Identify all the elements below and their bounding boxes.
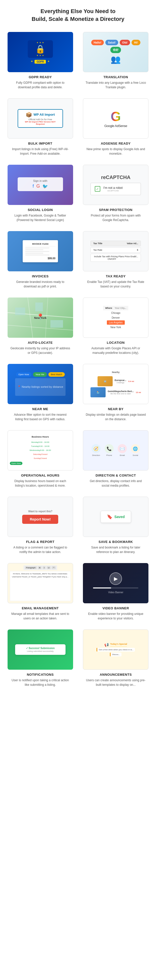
save-desc: Save and bookmark a listing for later re…	[85, 545, 146, 554]
nearby-title: NEAR BY	[108, 407, 124, 411]
video-image: ▶ Video Banner	[83, 563, 148, 603]
hours-title: OPERATIONAL HOURS	[21, 474, 60, 477]
feature-nearme: Open Now Near Me Best Match 📍 Nearby lis…	[3, 360, 78, 426]
bookmark-icon: 🔖	[107, 514, 113, 520]
nearme-title: NEAR ME	[32, 407, 48, 411]
invoices-desc: Generate branded invoices ready to downl…	[10, 280, 71, 289]
feature-social-login: Sign in with f G 🐦 SOCIAL LOGIN Login wi…	[3, 161, 78, 228]
svg-rect-5	[35, 302, 43, 311]
svg-line-1	[28, 298, 33, 338]
direction-email: ✉️ Email	[118, 444, 127, 457]
hours-image: Business Hours Monday9:00 - 18:00 Tuesda…	[8, 430, 73, 471]
facebook-icon: f	[32, 184, 34, 189]
feature-autolocate: New York 📍 AUTO-LOCATE Geolocate instant…	[3, 294, 78, 360]
feature-save: 🔖 Saved SAVE & BOOKMARK Save and bookmar…	[78, 493, 154, 559]
gdpr-image: ★ ★ ★ 🔒 ★ ★ ★ ★ GDPR ★	[8, 32, 73, 72]
feature-announcements: 📢 Today's Special Get a free drink when …	[78, 626, 154, 692]
feature-nearby: Nearby 🏢 Europcar... 3 listings 0.4 mi 🏪…	[78, 360, 154, 426]
notifications-desc: User is notified upon taking a critical …	[10, 678, 71, 687]
bulk-title: BULK IMPORT	[28, 142, 52, 145]
tax-image: Tax Title Value Ad... Tax Rate $ Include…	[83, 231, 148, 271]
twitter-icon: 🐦	[42, 184, 48, 189]
direction-nav: 🧭 Direction	[92, 444, 101, 457]
nearby-desc: Display similar listings on details page…	[85, 412, 146, 422]
autolocate-image: New York 📍	[8, 298, 73, 338]
feature-tax: Tax Title Value Ad... Tax Rate $ Include…	[78, 228, 154, 294]
nearme-desc: Advance filter option to sort the neares…	[10, 412, 71, 422]
google-icon: G	[36, 184, 40, 189]
feature-invoices: INVOICE #1234 $99.00 INVOICES Generate b…	[3, 228, 78, 294]
autolocate-desc: Geolocate instantly by using your IP add…	[10, 346, 71, 355]
announcements-title: ANNOUNCEMENTS	[100, 673, 132, 676]
video-progress	[93, 587, 138, 589]
gdpr-title: GDPR READY	[29, 75, 52, 79]
flag-image: Want to report this? Report Now!	[8, 497, 73, 537]
best-match-btn[interactable]: Best Match	[48, 372, 65, 377]
email-desc: Manage all email templates that are sent…	[10, 612, 71, 620]
video-play-icon: ▶	[109, 572, 122, 585]
translation-desc: Translate into any Language with a free …	[85, 81, 146, 89]
location-desc: Automate with Google Places API or manua…	[85, 346, 146, 355]
translation-title: TRANSLATION	[103, 75, 128, 79]
social-image: Sign in with f G 🐦	[8, 165, 73, 205]
svg-rect-4	[15, 307, 25, 315]
feature-bulk-import: 📦 WP All Import Official Add On for Free…	[3, 95, 78, 161]
map-pin: 📍	[37, 313, 44, 320]
spam-title: SPAM PROTECTION	[99, 208, 133, 212]
location-image: Where Your City... Chicago Denver Los An…	[83, 298, 148, 338]
bulk-desc: Import listings in bulk using (Free) WP-…	[10, 147, 71, 156]
direction-social: 🌐 Social	[131, 444, 140, 457]
tax-title: TAX READY	[106, 274, 126, 278]
feature-translation: Hallo! Salut! Olá! Hi! 你好 👥 TRANSLATION …	[78, 28, 154, 95]
gdpr-desc: Fully GDPR compliant with option to down…	[10, 81, 71, 89]
report-now-btn[interactable]: Report Now!	[22, 515, 58, 524]
announcements-image: 📢 Today's Special Get a free drink when …	[83, 630, 148, 670]
direction-phone: 📞 Phone	[105, 444, 114, 457]
feature-email: Paragraph B I U "" Hi there, Welcome to …	[3, 559, 78, 626]
page-header: Everything Else You Need to Build, Scale…	[0, 0, 156, 28]
nearby-item-2: 🏪 Gemüldegscherie Bert... Be the first o…	[90, 387, 141, 397]
feature-direction: 🧭 Direction 📞 Phone ✉️ Email 🌐 Social DI…	[78, 426, 154, 493]
open-now-btn[interactable]: Open Now	[16, 372, 32, 377]
direction-desc: Get directions, display contact info and…	[85, 479, 146, 488]
direction-title: DIRECTION & CONTACT	[95, 474, 136, 477]
direction-image: 🧭 Direction 📞 Phone ✉️ Email 🌐 Social	[83, 430, 148, 471]
nearby-item-1: 🏢 Europcar... 3 listings 0.4 mi	[98, 376, 134, 386]
location-title: LOCATION	[107, 341, 125, 345]
translation-image: Hallo! Salut! Olá! Hi! 你好 👥	[83, 32, 148, 72]
svg-line-2	[8, 325, 73, 330]
feature-hours: Business Hours Monday9:00 - 18:00 Tuesda…	[3, 426, 78, 493]
tax-desc: Enable Tax (VAT) and update the Tax Rate…	[85, 280, 146, 289]
hours-desc: Display business hours based on each lis…	[10, 479, 71, 488]
captcha-image: reCAPTCHA ✓ I'm not a robot reCAPTCHA	[83, 165, 148, 205]
notifications-image: ✓ Success! Submission Listing submitted …	[8, 630, 73, 670]
video-title: VIDEO BANNER	[102, 606, 129, 610]
near-me-btn[interactable]: Near Me	[33, 372, 47, 377]
bulk-image: 📦 WP All Import Official Add On for Free…	[8, 98, 73, 138]
feature-spam: reCAPTCHA ✓ I'm not a robot reCAPTCHA SP…	[78, 161, 154, 228]
save-image: 🔖 Saved	[83, 497, 148, 537]
feature-notifications: ✓ Success! Submission Listing submitted …	[3, 626, 78, 692]
nearby-image: Nearby 🏢 Europcar... 3 listings 0.4 mi 🏪…	[83, 364, 148, 404]
save-title: SAVE & BOOKMARK	[98, 540, 133, 544]
invoices-title: INVOICES	[32, 274, 49, 278]
social-desc: Login with Facebook, Google & Twitter (P…	[10, 213, 71, 222]
flag-desc: A listing or a comment can be flagged to…	[10, 545, 71, 554]
captcha-check: ✓	[95, 186, 100, 192]
email-title: EMAIL MANAGEMENT	[22, 606, 59, 610]
nearme-image: Open Now Near Me Best Match 📍 Nearby lis…	[8, 364, 73, 404]
adsense-title: ADSENSE READY	[101, 142, 130, 145]
adsense-desc: New prime spots to display Google Ads an…	[85, 147, 146, 156]
feature-adsense: G Google AdSense ADSENSE READY New prime…	[78, 95, 154, 161]
video-desc: Enable video banner for providing unique…	[85, 612, 146, 620]
feature-flag: Want to report this? Report Now! FLAG & …	[3, 493, 78, 559]
autolocate-title: AUTO-LOCATE	[28, 341, 53, 345]
feature-video: ▶ Video Banner VIDEO BANNER Enable video…	[78, 559, 154, 626]
adsense-image: G Google AdSense	[83, 98, 148, 138]
email-image: Paragraph B I U "" Hi there, Welcome to …	[8, 563, 73, 603]
svg-rect-6	[50, 320, 63, 328]
announcements-desc: Users can create announcements using pre…	[85, 678, 146, 687]
notifications-title: NOTIFICATIONS	[27, 673, 54, 676]
feature-gdpr: ★ ★ ★ 🔒 ★ ★ ★ ★ GDPR ★	[3, 28, 78, 95]
social-title: SOCIAL LOGIN	[28, 208, 53, 212]
